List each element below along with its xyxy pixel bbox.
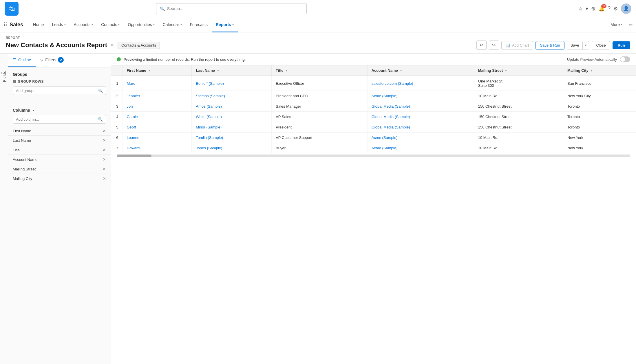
cell-last-name[interactable]: Jones (Sample)	[192, 143, 272, 153]
nav-calendar[interactable]: Calendar ▾	[159, 17, 186, 32]
sort-last-name-icon: ▼	[217, 69, 220, 72]
app-name: Sales	[10, 22, 23, 28]
th-title[interactable]: Title ▼	[272, 65, 368, 76]
outline-tabs: ☰ Outline ▽ Filters 2	[8, 54, 111, 67]
cell-first-name[interactable]: Carole	[123, 112, 192, 122]
table-row: 5 Geoff Minor (Sample) President Global …	[111, 122, 636, 133]
remove-column-icon[interactable]: ✕	[103, 176, 106, 181]
cell-account-name[interactable]: Acme (Sample)	[367, 133, 474, 143]
remove-column-icon[interactable]: ✕	[103, 157, 106, 162]
add-column-field[interactable]	[16, 117, 96, 122]
settings-button[interactable]: ⚙	[613, 5, 618, 12]
search-input[interactable]	[167, 6, 303, 11]
nav-more[interactable]: More ▾	[606, 17, 626, 32]
nav-reports-chevron: ▾	[232, 23, 234, 26]
cell-account-name[interactable]: salesforce.com (Sample)	[367, 76, 474, 91]
cell-last-name[interactable]: Tomlin (Sample)	[192, 133, 272, 143]
remove-column-icon[interactable]: ✕	[103, 138, 106, 143]
cell-account-name[interactable]: Global Media (Sample)	[367, 112, 474, 122]
tab-outline[interactable]: ☰ Outline	[8, 54, 36, 67]
th-mailing-city[interactable]: Mailing City ▼	[563, 65, 636, 76]
cell-title: Executive Officer	[272, 76, 368, 91]
sort-first-name-icon: ▼	[148, 69, 151, 72]
cell-mailing-city: New York	[563, 143, 636, 153]
cell-last-name[interactable]: Minor (Sample)	[192, 122, 272, 133]
remove-column-icon[interactable]: ✕	[103, 148, 106, 152]
cell-mailing-city: Toronto	[563, 122, 636, 133]
dot-menu[interactable]: ⠿	[3, 21, 7, 28]
cell-last-name[interactable]: Benioff (Sample)	[192, 76, 272, 91]
group-rows-icon: ▤	[13, 80, 16, 84]
cell-account-name[interactable]: Global Media (Sample)	[367, 122, 474, 133]
star-button[interactable]: ☆	[578, 5, 583, 12]
th-account-name[interactable]: Account Name ▼	[367, 65, 474, 76]
outline-icon: ☰	[13, 58, 17, 62]
cell-last-name[interactable]: Amos (Sample)	[192, 101, 272, 112]
th-rownum	[111, 65, 123, 76]
undo-button[interactable]: ↩	[476, 41, 487, 50]
top-bar: 🛍 🔍 ☆ ▾ ⊕ 🔔 10 ? ⚙ 👤	[0, 0, 636, 17]
column-item-label: Account Name	[13, 157, 37, 162]
nav-forecasts[interactable]: Forecasts	[186, 17, 212, 32]
remove-column-icon[interactable]: ✕	[103, 128, 106, 133]
avatar[interactable]: 👤	[621, 3, 631, 14]
column-item: Mailing Street✕	[8, 164, 111, 174]
report-edit-icon[interactable]: ✏	[111, 43, 114, 47]
th-first-name[interactable]: First Name ▼	[123, 65, 192, 76]
notification-button[interactable]: 🔔 10	[598, 5, 605, 12]
cell-first-name[interactable]: Marc	[123, 76, 192, 91]
cell-account-name[interactable]: Acme (Sample)	[367, 91, 474, 101]
column-item: Mailing City✕	[8, 174, 111, 183]
chevron-down-button[interactable]: ▾	[586, 5, 588, 12]
cell-first-name[interactable]: Leanne	[123, 133, 192, 143]
add-group-input[interactable]: 🔍	[13, 87, 106, 95]
app-logo[interactable]: 🛍	[5, 2, 19, 16]
cell-last-name[interactable]: White (Sample)	[192, 112, 272, 122]
report-table: First Name ▼ Last Name ▼	[111, 65, 636, 153]
add-chart-button[interactable]: 📊 Add Chart	[501, 41, 533, 49]
tab-filters[interactable]: ▽ Filters 2	[36, 54, 68, 67]
add-button[interactable]: ⊕	[591, 5, 595, 12]
columns-header: Columns ▾	[8, 104, 111, 115]
outline-panel: ☰ Outline ▽ Filters 2 Groups ▤ GROUP ROW…	[8, 54, 111, 364]
scroll-thumb[interactable]	[117, 155, 151, 157]
nav-edit-icon[interactable]: ✏	[629, 22, 633, 27]
nav-home[interactable]: Home	[29, 17, 48, 32]
nav-accounts[interactable]: Accounts ▾	[70, 17, 97, 32]
nav-reports[interactable]: Reports ▾	[212, 17, 238, 32]
cell-first-name[interactable]: Jon	[123, 101, 192, 112]
add-group-field[interactable]	[16, 89, 96, 93]
nav-leads[interactable]: Leads ▾	[48, 17, 70, 32]
save-main-button[interactable]: Save	[567, 41, 583, 49]
cell-account-name[interactable]: Acme (Sample)	[367, 143, 474, 153]
cell-first-name[interactable]: Geoff	[123, 122, 192, 133]
notification-badge: 10	[601, 4, 606, 8]
row-number: 3	[111, 101, 123, 112]
cell-first-name[interactable]: Howard	[123, 143, 192, 153]
columns-chevron[interactable]: ▾	[32, 109, 34, 112]
cell-last-name[interactable]: Stamos (Sample)	[192, 91, 272, 101]
cell-account-name[interactable]: Global Media (Sample)	[367, 101, 474, 112]
help-button[interactable]: ?	[608, 5, 611, 12]
add-column-input[interactable]: 🔍	[13, 115, 106, 124]
redo-button[interactable]: ↪	[489, 41, 499, 50]
table-row: 7 Howard Jones (Sample) Buyer Acme (Samp…	[111, 143, 636, 153]
nav-contacts[interactable]: Contacts ▾	[97, 17, 124, 32]
nav-opportunities[interactable]: Opportunities ▾	[124, 17, 158, 32]
report-type-badge[interactable]: Contacts & Accounts	[118, 42, 160, 49]
groups-section: Groups ▤ GROUP ROWS 🔍	[8, 67, 111, 100]
search-bar[interactable]: 🔍	[156, 3, 307, 14]
horizontal-scroll-bar[interactable]	[117, 155, 630, 157]
th-last-name[interactable]: Last Name ▼	[192, 65, 272, 76]
run-button[interactable]: Run	[613, 41, 630, 49]
table-container[interactable]: First Name ▼ Last Name ▼	[111, 65, 636, 364]
remove-column-icon[interactable]: ✕	[103, 167, 106, 171]
save-run-button[interactable]: Save & Run	[536, 41, 564, 49]
save-dropdown-button[interactable]: ▾	[582, 42, 589, 49]
close-button[interactable]: Close	[592, 41, 610, 49]
cell-first-name[interactable]: Jennifer	[123, 91, 192, 101]
th-mailing-street[interactable]: Mailing Street ▼	[474, 65, 563, 76]
sidebar-expand-icon[interactable]: ›	[1, 71, 3, 75]
auto-update-toggle[interactable]	[620, 56, 630, 62]
cell-title: President	[272, 122, 368, 133]
